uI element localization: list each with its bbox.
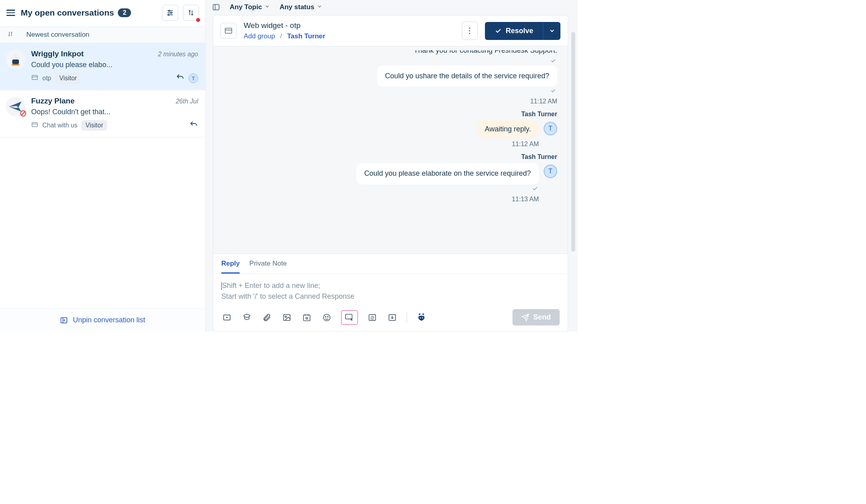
composer-toolbar: @ Send [213, 305, 568, 331]
unpin-label: Unpin conversation list [73, 316, 145, 324]
channel-icon [31, 121, 38, 130]
notification-dot [196, 18, 200, 22]
filter-button[interactable] [162, 5, 178, 21]
tab-private-note[interactable]: Private Note [249, 260, 287, 274]
delivered-tick [224, 58, 556, 65]
svg-rect-12 [32, 123, 38, 127]
truncated-message: Thank you for contacting Freshdesk Suppo… [224, 50, 557, 56]
chevron-down-icon [549, 28, 555, 34]
kebab-icon [469, 27, 471, 35]
composer-tabs: Reply Private Note [213, 254, 568, 274]
send-label: Send [533, 313, 551, 321]
svg-point-32 [328, 316, 328, 317]
menu-icon[interactable] [6, 8, 16, 18]
topic-filter[interactable]: Any Topic [230, 3, 270, 11]
svg-point-38 [422, 313, 424, 315]
svg-rect-16 [213, 4, 219, 10]
calendar-icon[interactable] [301, 312, 312, 323]
channel-icon [31, 74, 38, 83]
chat-title: Web widget - otp [244, 21, 455, 30]
status-filter[interactable]: Any status [280, 3, 322, 11]
svg-point-39 [420, 317, 421, 318]
message-bubble: Could yo ushare the details of the servi… [377, 65, 557, 87]
conversation-list: Wriggly Inkpot 2 minutes ago Could you p… [0, 43, 205, 308]
conversation-count-badge: 2 [118, 8, 131, 17]
conversation-item[interactable]: Wriggly Inkpot 2 minutes ago Could you p… [0, 43, 205, 90]
conversation-body: Wriggly Inkpot 2 minutes ago Could you p… [31, 50, 198, 83]
more-actions-button[interactable] [462, 22, 478, 40]
scrollbar[interactable] [571, 32, 575, 252]
emoji-icon[interactable] [321, 312, 332, 323]
resolve-dropdown-button[interactable] [543, 22, 560, 40]
cobrowse-icon[interactable] [341, 310, 358, 325]
svg-rect-6 [12, 60, 19, 64]
visitor-badge: Visitor [81, 120, 107, 131]
sort-direction-icon[interactable] [7, 31, 14, 39]
status-bubble: Awaiting reply. [477, 120, 539, 138]
chat-meta: Web widget - otp Add group / Tash Turner [244, 21, 455, 40]
reply-icon[interactable] [176, 73, 185, 83]
reply-icon[interactable] [189, 120, 198, 131]
conversation-item[interactable]: Fuzzy Plane 26th Jul Oops! Couldn't get … [0, 90, 205, 137]
conversation-name: Fuzzy Plane [31, 97, 75, 105]
conversation-time: 2 minutes ago [158, 51, 198, 58]
sender-name: Tash Turner [224, 111, 557, 118]
canned-response-icon[interactable] [221, 312, 232, 323]
message-time: 11:13 AM [512, 196, 539, 203]
toolbar-divider [407, 312, 407, 323]
svg-point-25 [285, 316, 286, 317]
svg-point-22 [469, 33, 470, 34]
topic-filter-label: Any Topic [230, 3, 262, 11]
sort-toggle-button[interactable] [183, 5, 199, 21]
attachment-icon[interactable] [261, 312, 272, 323]
send-button[interactable]: Send [512, 309, 560, 325]
sort-label[interactable]: Newest conversation [26, 31, 89, 39]
blocked-icon [19, 109, 27, 117]
conversation-list-panel: My open conversations 2 Newest conversat… [0, 0, 206, 331]
svg-rect-7 [12, 64, 20, 65]
message-input[interactable]: Shift + Enter to add a new line; Start w… [213, 274, 568, 305]
svg-point-4 [171, 12, 172, 13]
svg-point-40 [422, 317, 423, 318]
messages-area[interactable]: Thank you for contacting Freshdesk Suppo… [213, 46, 568, 254]
sort-arrows-icon [187, 9, 195, 16]
svg-rect-18 [225, 28, 232, 34]
svg-point-31 [325, 316, 326, 317]
filters-bar: Any Topic Any status [206, 0, 578, 15]
widget-icon [220, 23, 236, 39]
svg-text:@: @ [370, 315, 374, 319]
message-row: Could you please elaborate on the servic… [224, 163, 557, 202]
svg-point-21 [469, 30, 470, 31]
image-icon[interactable] [281, 312, 292, 323]
conversation-body: Fuzzy Plane 26th Jul Oops! Couldn't get … [31, 97, 198, 131]
panel-title-text: My open conversations [21, 8, 114, 18]
input-placeholder: Shift + Enter to add a new line; Start w… [221, 280, 560, 302]
add-group-link[interactable]: Add group [244, 32, 275, 40]
svg-line-11 [22, 112, 25, 115]
status-filter-label: Any status [280, 3, 314, 11]
bot-icon[interactable] [416, 312, 427, 323]
resolve-group: Resolve [485, 22, 560, 40]
layout-icon[interactable] [212, 3, 220, 11]
mention-icon[interactable]: @ [367, 312, 378, 323]
conversation-time: 26th Jul [176, 98, 198, 105]
svg-point-3 [169, 10, 170, 11]
message-bubble: Could you please elaborate on the servic… [356, 163, 539, 184]
chat-header: Web widget - otp Add group / Tash Turner… [213, 15, 568, 46]
chat-panel: Any Topic Any status Web widget - otp Ad… [206, 0, 578, 331]
svg-rect-8 [32, 75, 38, 80]
message-row: Awaiting reply. 11:12 AM T [224, 120, 557, 148]
sender-name: Tash Turner [224, 153, 557, 161]
delivered-tick [550, 87, 556, 95]
inkpot-icon [8, 52, 24, 67]
assignee-avatar: T [189, 73, 198, 83]
tab-reply[interactable]: Reply [221, 260, 240, 274]
message-row: Could yo ushare the details of the servi… [224, 65, 557, 105]
knowledge-base-icon[interactable] [241, 312, 252, 323]
agent-link[interactable]: Tash Turner [287, 32, 326, 40]
left-header: My open conversations 2 [0, 0, 205, 27]
resolve-button[interactable]: Resolve [485, 22, 543, 40]
resolve-label: Resolve [506, 27, 533, 35]
download-icon[interactable] [387, 312, 398, 323]
unpin-button[interactable]: Unpin conversation list [0, 308, 205, 331]
